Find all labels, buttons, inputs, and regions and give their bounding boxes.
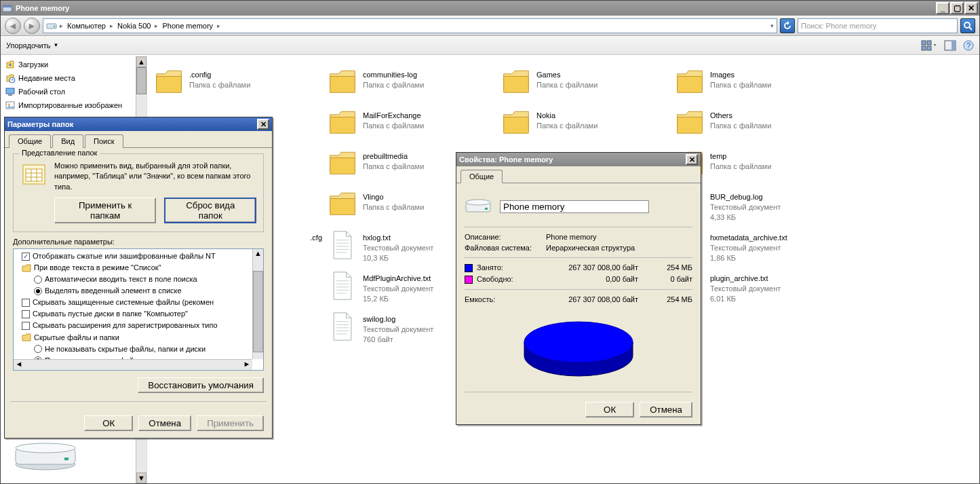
svg-point-4: [964, 22, 970, 28]
usage-pie-chart: [465, 305, 692, 386]
address-bar[interactable]: ▸ Компьютер ▸ Nokia 500 ▸ Phone memory ▸…: [43, 18, 777, 33]
svg-rect-16: [8, 94, 12, 96]
description-value: Phone memory: [546, 233, 597, 241]
folder-options-close-button[interactable]: ✕: [257, 119, 269, 130]
close-button[interactable]: ✕: [964, 2, 978, 14]
advanced-label: Дополнительные параметры:: [13, 238, 264, 246]
sidebar-item[interactable]: Недавние места: [2, 71, 145, 85]
folder-options-cancel[interactable]: Отмена: [138, 415, 191, 431]
tab-search[interactable]: Поиск: [85, 134, 123, 148]
folder-options-dialog: Параметры папок ✕ Общие Вид Поиск Предст…: [4, 117, 273, 439]
svg-rect-15: [6, 88, 14, 94]
crumb-device[interactable]: Nokia 500: [116, 22, 153, 30]
tree-scroll-h[interactable]: ◄►: [14, 359, 252, 370]
item-tile[interactable]: MailForExchangeПапка с файлами: [325, 104, 498, 142]
sidebar-item[interactable]: Загрузки: [2, 58, 145, 71]
tab-general[interactable]: Общие: [9, 134, 51, 148]
address-dropdown[interactable]: ▾: [770, 22, 774, 29]
properties-cancel[interactable]: Отмена: [640, 402, 692, 417]
used-human: 254 МБ: [652, 263, 692, 272]
free-human: 0 байт: [652, 275, 692, 284]
free-bytes: 0,00 байт: [546, 275, 652, 284]
svg-line-5: [969, 27, 972, 30]
tree-option[interactable]: Скрывать пустые диски в папке "Компьютер…: [16, 308, 260, 320]
svg-point-51: [16, 443, 75, 453]
svg-rect-8: [922, 46, 926, 50]
organize-menu[interactable]: Упорядочить ▼: [6, 41, 58, 50]
restore-defaults-button[interactable]: Восстановить умолчания: [138, 377, 264, 393]
capacity-human: 254 МБ: [652, 295, 692, 303]
capacity-bytes: 267 307 008,00 байт: [546, 295, 652, 303]
toolbar: Упорядочить ▼ ?: [1, 36, 979, 55]
sidebar-item[interactable]: Импортированные изображен: [2, 98, 145, 112]
svg-rect-61: [485, 208, 488, 210]
apply-to-folders-button[interactable]: Применить к папкам: [54, 198, 156, 223]
properties-tab-general[interactable]: Общие: [460, 170, 503, 183]
folder-options-apply[interactable]: Применить: [197, 415, 264, 431]
svg-rect-7: [927, 41, 931, 45]
svg-rect-9: [927, 46, 931, 50]
svg-rect-1: [3, 5, 12, 7]
title-bar[interactable]: Phone memory _ ▢ ✕: [1, 1, 979, 16]
properties-close-button[interactable]: ✕: [686, 154, 698, 165]
window-title: Phone memory: [16, 4, 69, 12]
svg-rect-6: [922, 41, 926, 45]
used-bytes: 267 307 008,00 байт: [546, 263, 652, 272]
view-mode-button[interactable]: [921, 40, 937, 51]
folder-view-icon: [20, 161, 47, 189]
drive-icon: [46, 20, 57, 31]
properties-dialog: Свойства: Phone memory ✕ Общие Описание:…: [456, 152, 701, 425]
svg-rect-52: [64, 458, 68, 460]
drive-name-input[interactable]: [500, 200, 649, 213]
advanced-options-tree[interactable]: Отображать сжатые или зашифрованные файл…: [13, 248, 264, 371]
item-tile[interactable]: .configПапка с файлами: [151, 63, 325, 101]
svg-point-62: [524, 322, 633, 362]
item-tile[interactable]: GamesПапка с файлами: [498, 63, 672, 101]
help-button[interactable]: ?: [963, 40, 974, 51]
minimize-button[interactable]: _: [936, 2, 949, 14]
folder-options-ok[interactable]: ОК: [84, 415, 133, 431]
nav-bar: ◄ ► ▸ Компьютер ▸ Nokia 500 ▸ Phone memo…: [1, 16, 979, 36]
item-tile[interactable]: NokiaПапка с файлами: [498, 104, 672, 142]
svg-rect-54: [26, 169, 42, 181]
folder-options-tabs: Общие Вид Поиск: [5, 131, 272, 148]
drive-icon: [465, 196, 492, 217]
details-drive-icon: [12, 439, 79, 474]
forward-button[interactable]: ►: [24, 18, 40, 34]
tree-option[interactable]: Выделять введенный элемент в списке: [16, 285, 260, 297]
sidebar-item[interactable]: Рабочий стол: [2, 85, 145, 98]
tab-view[interactable]: Вид: [52, 134, 83, 148]
fs-value: Иерархическая структура: [546, 244, 635, 252]
tree-option[interactable]: Скрывать защищенные системные файлы (рек…: [16, 297, 260, 308]
search-placeholder: Поиск: Phone memory: [801, 22, 876, 30]
app-icon: [2, 3, 13, 14]
tree-option[interactable]: Отображать сжатые или зашифрованные файл…: [16, 250, 260, 262]
back-button[interactable]: ◄: [5, 18, 21, 34]
item-tile[interactable]: OthersПапка с файлами: [672, 104, 846, 142]
crumb-location[interactable]: Phone memory: [161, 22, 214, 30]
item-tile[interactable]: communities-logПапка с файлами: [325, 63, 498, 101]
tree-option[interactable]: Скрывать расширения для зарегистрированн…: [16, 320, 260, 331]
tree-option[interactable]: Скрытые файлы и папки: [16, 332, 260, 343]
svg-text:?: ?: [966, 41, 971, 50]
refresh-button[interactable]: [780, 18, 795, 33]
svg-rect-3: [54, 26, 55, 27]
search-input[interactable]: Поиск: Phone memory: [798, 18, 958, 33]
search-button[interactable]: [960, 18, 975, 33]
view-group: Представление папок Можно применить вид,…: [13, 153, 264, 232]
tree-option[interactable]: Не показывать скрытые файлы, папки и дис…: [16, 343, 260, 355]
maximize-button[interactable]: ▢: [950, 2, 964, 14]
svg-point-60: [466, 200, 490, 205]
reset-folders-button[interactable]: Сброс вида папок: [164, 198, 256, 223]
properties-ok[interactable]: ОК: [585, 402, 634, 417]
tree-option[interactable]: При вводе текста в режиме "Список": [16, 262, 260, 274]
tree-option[interactable]: Автоматически вводить текст в поле поиск…: [16, 274, 260, 285]
tree-scroll-v[interactable]: ▲: [252, 249, 263, 359]
svg-rect-11: [952, 41, 956, 50]
item-tile[interactable]: ImagesПапка с файлами: [672, 63, 846, 101]
preview-pane-button[interactable]: [944, 40, 956, 51]
properties-titlebar[interactable]: Свойства: Phone memory ✕: [456, 153, 701, 166]
crumb-computer[interactable]: Компьютер: [66, 22, 107, 30]
folder-options-titlebar[interactable]: Параметры папок ✕: [5, 117, 272, 131]
